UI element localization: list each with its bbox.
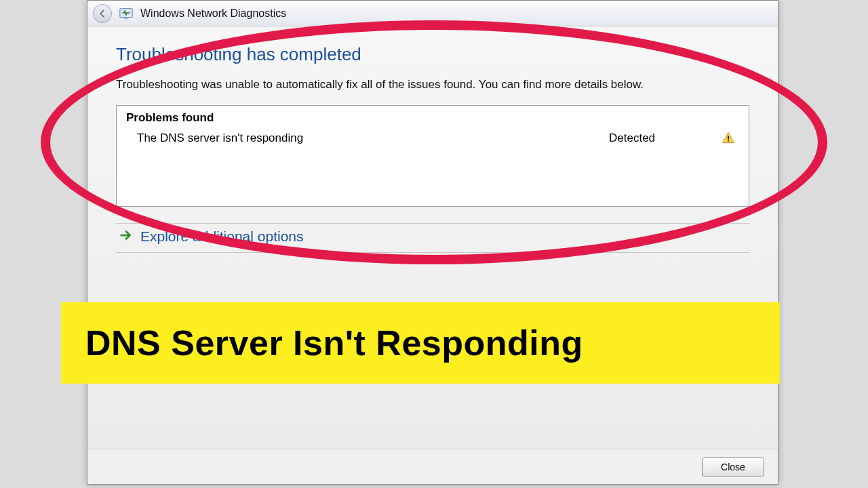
troubleshooter-dialog: Windows Network Diagnostics Troubleshoot… — [87, 0, 778, 485]
page-heading: Troubleshooting has completed — [116, 44, 749, 65]
problem-status: Detected — [609, 131, 717, 145]
dialog-body: Troubleshooting has completed Troublesho… — [87, 26, 778, 337]
diagnostics-icon — [119, 6, 134, 21]
problem-row[interactable]: The DNS server isn't responding Detected — [126, 131, 739, 145]
titlebar: Windows Network Diagnostics — [87, 1, 778, 26]
annotation-yellow-banner: DNS Server Isn't Responding — [61, 302, 780, 384]
close-button[interactable]: Close — [702, 458, 764, 476]
svg-rect-2 — [728, 136, 729, 140]
window-title: Windows Network Diagnostics — [140, 7, 286, 20]
back-button[interactable] — [93, 4, 112, 23]
svg-rect-3 — [728, 140, 729, 142]
arrow-left-icon — [98, 9, 107, 18]
problems-found-header: Problems found — [126, 111, 739, 125]
warning-icon — [717, 131, 739, 145]
svg-rect-1 — [124, 17, 128, 19]
dialog-footer: Close — [87, 449, 778, 484]
problem-description: The DNS server isn't responding — [137, 131, 609, 145]
page-subtext: Troubleshooting was unable to automatica… — [116, 77, 749, 93]
problems-found-box: Problems found The DNS server isn't resp… — [116, 105, 749, 207]
arrow-right-green-icon — [119, 228, 134, 245]
explore-additional-options[interactable]: Explore additional options — [116, 223, 749, 253]
annotation-banner-text: DNS Server Isn't Responding — [85, 323, 583, 363]
explore-label: Explore additional options — [140, 228, 304, 245]
